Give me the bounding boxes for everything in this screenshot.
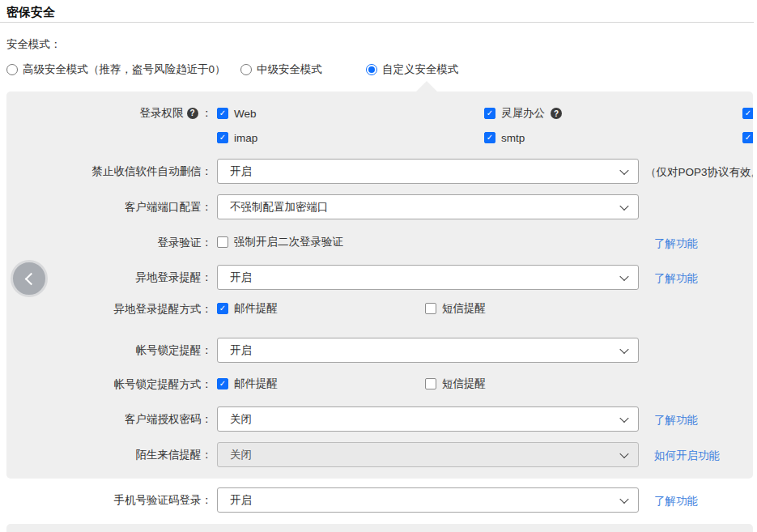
auto-delete-label: 禁止收信软件自动删信：	[6, 165, 212, 178]
chevron-down-icon	[619, 165, 628, 174]
radio-icon[interactable]	[240, 64, 252, 75]
page-title: 密保安全	[6, 5, 55, 20]
client-auth-learn-link[interactable]: 了解功能	[654, 413, 698, 428]
lock-alert-method-label: 帐号锁定提醒方式：	[6, 378, 212, 391]
chevron-down-icon	[619, 413, 628, 422]
chevron-down-icon	[619, 271, 628, 280]
title-divider	[0, 22, 754, 23]
checkbox-extra-1[interactable]: ✓	[742, 107, 753, 120]
radio-selected-icon[interactable]	[366, 64, 377, 75]
panel-caret	[416, 81, 437, 92]
lock-alert-select[interactable]: 开启	[217, 338, 639, 363]
checkbox-lock-mail-alert[interactable]: ✓ 邮件提醒	[217, 377, 278, 390]
radio-custom-mode[interactable]: 自定义安全模式	[366, 63, 459, 76]
checkbox-lock-sms-alert[interactable]: 短信提醒	[425, 377, 486, 390]
chevron-down-icon	[619, 344, 628, 353]
phone-login-learn-link[interactable]: 了解功能	[654, 494, 698, 509]
auto-delete-note: （仅对POP3协议有效。	[645, 165, 753, 180]
checkbox-imap[interactable]: ✓ imap	[217, 131, 257, 144]
next-section-edge	[6, 524, 753, 532]
auto-delete-select[interactable]: 开启	[217, 159, 639, 184]
checkbox-extra-2[interactable]: ✓	[742, 131, 753, 144]
security-mode-label: 安全模式：	[6, 37, 62, 52]
help-icon[interactable]: ?	[187, 108, 198, 119]
login-verify-learn-link[interactable]: 了解功能	[654, 236, 698, 251]
checkbox-checked-icon[interactable]: ✓	[742, 108, 753, 119]
remote-alert-select[interactable]: 开启	[217, 265, 639, 290]
checkbox-checked-icon[interactable]: ✓	[217, 132, 228, 143]
radio-dot-icon	[368, 66, 375, 73]
chevron-down-icon	[619, 494, 628, 503]
client-auth-label: 客户端授权密码：	[6, 413, 212, 426]
security-settings-page: 密保安全 安全模式： 高级安全模式（推荐，盗号风险趋近于0） 中级安全模式 自定…	[0, 0, 757, 532]
checkbox-checked-icon[interactable]: ✓	[217, 303, 228, 314]
lock-alert-label: 帐号锁定提醒：	[6, 344, 212, 357]
checkbox-checked-icon[interactable]: ✓	[484, 108, 495, 119]
checkbox-remote-mail-alert[interactable]: ✓ 邮件提醒	[217, 302, 278, 315]
checkbox-remote-sms-alert[interactable]: 短信提醒	[425, 302, 486, 315]
radio-icon[interactable]	[6, 64, 18, 75]
login-permission-label: 登录权限 ? ：	[6, 107, 212, 120]
radio-middle-label: 中级安全模式	[257, 62, 322, 77]
client-auth-select[interactable]: 关闭	[217, 406, 639, 432]
phone-login-select[interactable]: 开启	[217, 487, 639, 513]
checkbox-unchecked-icon[interactable]	[425, 303, 436, 314]
stranger-alert-select[interactable]: 关闭	[217, 442, 639, 467]
checkbox-unchecked-icon[interactable]	[425, 378, 436, 389]
radio-middle-mode[interactable]: 中级安全模式	[240, 63, 322, 76]
remote-alert-learn-link[interactable]: 了解功能	[654, 271, 698, 286]
stranger-alert-label: 陌生来信提醒：	[6, 449, 212, 462]
chevron-down-icon	[619, 201, 628, 210]
checkbox-unchecked-icon[interactable]	[217, 236, 228, 248]
checkbox-checked-icon[interactable]: ✓	[217, 108, 228, 119]
scroll-left-button[interactable]	[11, 260, 48, 297]
checkbox-checked-icon[interactable]: ✓	[742, 132, 753, 143]
help-icon[interactable]: ?	[551, 108, 562, 119]
radio-advanced-mode[interactable]: 高级安全模式（推荐，盗号风险趋近于0）	[6, 63, 226, 76]
checkbox-smtp[interactable]: ✓ smtp	[484, 131, 525, 144]
client-port-label: 客户端端口配置：	[6, 201, 212, 214]
stranger-alert-howto-link[interactable]: 如何开启功能	[654, 449, 720, 463]
checkbox-force-2fa[interactable]: 强制开启二次登录验证	[217, 236, 343, 249]
remote-alert-method-label: 异地登录提醒方式：	[6, 303, 212, 316]
checkbox-checked-icon[interactable]: ✓	[217, 378, 228, 389]
custom-mode-panel: 登录权限 ? ： ✓ Web ✓ 灵犀办公 ? ✓ ✓ imap ✓ smtp …	[6, 92, 753, 479]
client-port-select[interactable]: 不强制配置加密端口	[217, 194, 639, 219]
chevron-down-icon	[619, 449, 628, 458]
radio-advanced-label: 高级安全模式（推荐，盗号风险趋近于0）	[23, 62, 226, 77]
checkbox-lingxi[interactable]: ✓ 灵犀办公 ?	[484, 107, 562, 120]
radio-custom-label: 自定义安全模式	[382, 62, 459, 77]
checkbox-checked-icon[interactable]: ✓	[484, 132, 495, 143]
chevron-left-icon	[25, 272, 38, 285]
login-verify-label: 登录验证：	[6, 236, 212, 249]
checkbox-web[interactable]: ✓ Web	[217, 107, 257, 120]
phone-login-label: 手机号验证码登录：	[6, 494, 212, 507]
